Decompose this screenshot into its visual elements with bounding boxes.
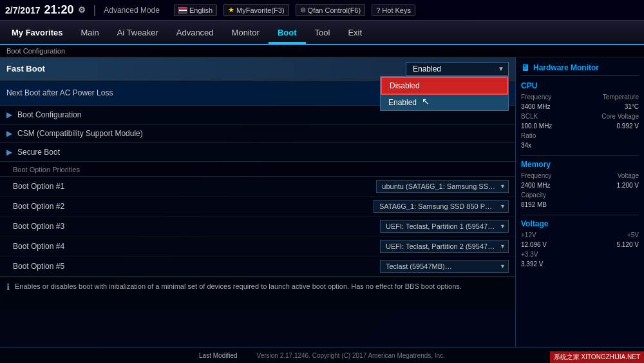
boot-option-5-row[interactable]: Boot Option #5 Teclast (59547MB)… ▼ (0, 257, 515, 277)
nav-monitor[interactable]: Monitor (223, 21, 269, 44)
copyright-text: Version 2.17.1246. Copyright (C) 2017 Am… (257, 352, 445, 359)
boot-option-1-dropdown[interactable]: ubuntu (SATA6G_1: Samsung SS… ▼ (376, 180, 509, 193)
gear-icon[interactable]: ⚙ (78, 5, 86, 15)
csm-label: CSM (Compatibility Support Module) (17, 129, 143, 138)
memory-frequency-value: 2400 MHz (521, 182, 551, 189)
myfavorite-btn[interactable]: ★ MyFavorite(F3) (223, 4, 289, 16)
hardware-monitor-title: 🖥 Hardware Monitor (521, 63, 639, 76)
top-bar: 2/7/2017 21:20 ⚙ | Advanced Mode English… (0, 0, 644, 21)
nav-tool[interactable]: Tool (306, 21, 339, 44)
watermark: 系统之家 XITONGZHIJIA.NET (550, 351, 644, 363)
cpu-ratio-row: Ratio (521, 132, 639, 139)
hardware-monitor-panel: 🖥 Hardware Monitor CPU Frequency Tempera… (515, 57, 644, 347)
memory-capacity-label-row: Capacity (521, 191, 639, 199)
mode-label: Advanced Mode (104, 6, 160, 15)
chevron-right-icon: ▶ (6, 110, 12, 119)
monitor-icon: 🖥 (521, 63, 530, 73)
info-text: Enables or disables boot with initializa… (15, 281, 462, 292)
cpu-ratio-label: Ratio (521, 132, 536, 139)
dropdown-arrow-bo1: ▼ (500, 183, 506, 190)
info-icon: ℹ (6, 282, 10, 292)
dropdown-option-disabled[interactable]: Disabled (381, 77, 508, 95)
main-nav: My Favorites Main Ai Tweaker Advanced Mo… (0, 21, 644, 45)
cpu-ratio-value-row: 34x (521, 142, 639, 149)
flag-icon (178, 7, 187, 14)
star-icon: ★ (228, 6, 234, 14)
dropdown-arrow-icon: ▼ (498, 65, 504, 72)
dropdown-option-enabled[interactable]: Enabled (381, 95, 508, 110)
boot-option-4-label: Boot Option #4 (13, 242, 380, 251)
chevron-right-icon-csm: ▶ (6, 129, 12, 138)
memory-freq-row: Frequency Voltage (521, 172, 639, 179)
memory-voltage-value: 1.200 V (617, 182, 639, 189)
fast-boot-dropdown-popup[interactable]: Disabled Enabled (380, 76, 509, 111)
boot-option-3-row[interactable]: Boot Option #3 UEFI: Teclast, Partition … (0, 217, 515, 237)
boot-option-2-dropdown[interactable]: SATA6G_1: Samsung SSD 850 PR… ▼ (374, 200, 509, 213)
last-modified-label: Last Modified (199, 352, 237, 359)
secure-boot-label: Secure Boot (17, 148, 60, 157)
v33-value: 3.392 V (521, 260, 543, 268)
memory-voltage-label: Voltage (618, 172, 639, 179)
nav-ai-tweaker[interactable]: Ai Tweaker (108, 21, 167, 44)
next-boot-label: Next Boot after AC Power Loss (6, 88, 406, 97)
cpu-temperature-value: 31°C (625, 103, 639, 110)
memory-capacity-value-row: 8192 MB (521, 201, 639, 208)
csm-section[interactable]: ▶ CSM (Compatibility Support Module) (0, 124, 515, 143)
fast-boot-label: Fast Boot (6, 64, 406, 74)
boot-option-4-row[interactable]: Boot Option #4 UEFI: Teclast, Partition … (0, 237, 515, 257)
cpu-frequency-label: Frequency (521, 93, 551, 101)
dropdown-arrow-bo5: ▼ (500, 263, 506, 270)
boot-option-5-label: Boot Option #5 (13, 262, 380, 271)
memory-title: Memory (521, 160, 639, 169)
nav-advanced[interactable]: Advanced (167, 21, 223, 44)
cpu-title: CPU (521, 81, 639, 90)
cpu-frequency-value: 3400 MHz (521, 103, 551, 110)
fast-boot-dropdown[interactable]: Enabled ▼ (406, 62, 509, 76)
memory-freq-value-row: 2400 MHz 1.200 V (521, 182, 639, 189)
nav-exit[interactable]: Exit (339, 21, 371, 44)
cpu-frequency-row: Frequency Temperature (521, 93, 639, 101)
v12-label: +12V (521, 231, 536, 239)
boot-option-5-dropdown[interactable]: Teclast (59547MB)… ▼ (380, 260, 509, 273)
voltage-12v-row: +12V +5V (521, 231, 639, 239)
left-panel: Fast Boot Enabled ▼ Disabled Enabled (0, 57, 515, 347)
cpu-temperature-label: Temperature (603, 93, 639, 101)
cpu-bclk-label: BCLK (521, 113, 538, 120)
memory-capacity-value: 8192 MB (521, 201, 547, 208)
breadcrumb: Boot Configuration (0, 45, 644, 57)
boot-option-3-dropdown[interactable]: UEFI: Teclast, Partition 1 (59547… ▼ (380, 220, 509, 233)
top-controls: English ★ MyFavorite(F3) ⊛ Qfan Control(… (174, 4, 415, 16)
memory-section: Memory Frequency Voltage 2400 MHz 1.200 … (521, 160, 639, 208)
boot-option-2-row[interactable]: Boot Option #2 SATA6G_1: Samsung SSD 850… (0, 197, 515, 217)
memory-capacity-label: Capacity (521, 191, 546, 199)
hotkeys-btn[interactable]: ? Hot Keys (372, 5, 415, 16)
v12-value: 12.096 V (521, 241, 547, 248)
boot-option-4-dropdown[interactable]: UEFI: Teclast, Partition 2 (59547… ▼ (380, 240, 509, 253)
qfan-btn[interactable]: ⊛ Qfan Control(F6) (296, 4, 366, 16)
secure-boot-section[interactable]: ▶ Secure Boot (0, 143, 515, 162)
separator: | (93, 3, 97, 17)
nav-boot[interactable]: Boot (269, 21, 306, 44)
boot-option-1-row[interactable]: Boot Option #1 ubuntu (SATA6G_1: Samsung… (0, 177, 515, 197)
cpu-bclk-value-row: 100.0 MHz 0.992 V (521, 123, 639, 130)
voltage-33v-row: +3.3V (521, 251, 639, 258)
main-content: Fast Boot Enabled ▼ Disabled Enabled (0, 57, 644, 347)
voltage-33v-value-row: 3.392 V (521, 260, 639, 268)
language-btn[interactable]: English (174, 5, 217, 16)
date-display: 2/7/2017 (5, 5, 41, 15)
fast-boot-value[interactable]: Enabled ▼ Disabled Enabled (406, 62, 509, 76)
memory-frequency-label: Frequency (521, 172, 551, 179)
nav-my-favorites[interactable]: My Favorites (3, 21, 71, 44)
datetime-display: 2/7/2017 21:20 ⚙ (5, 3, 86, 17)
v5-value: 5.120 V (617, 241, 639, 248)
chevron-right-icon-sb: ▶ (6, 148, 12, 157)
boot-config-label: Boot Configuration (17, 110, 81, 119)
cpu-section: CPU Frequency Temperature 3400 MHz 31°C … (521, 81, 639, 149)
cpu-core-voltage-label: Core Voltage (601, 113, 639, 120)
voltage-12v-value-row: 12.096 V 5.120 V (521, 241, 639, 248)
time-display: 21:20 (44, 3, 74, 17)
cpu-frequency-value-row: 3400 MHz 31°C (521, 103, 639, 110)
v5-label: +5V (627, 231, 639, 239)
nav-main[interactable]: Main (71, 21, 108, 44)
cpu-bclk-row: BCLK Core Voltage (521, 113, 639, 120)
